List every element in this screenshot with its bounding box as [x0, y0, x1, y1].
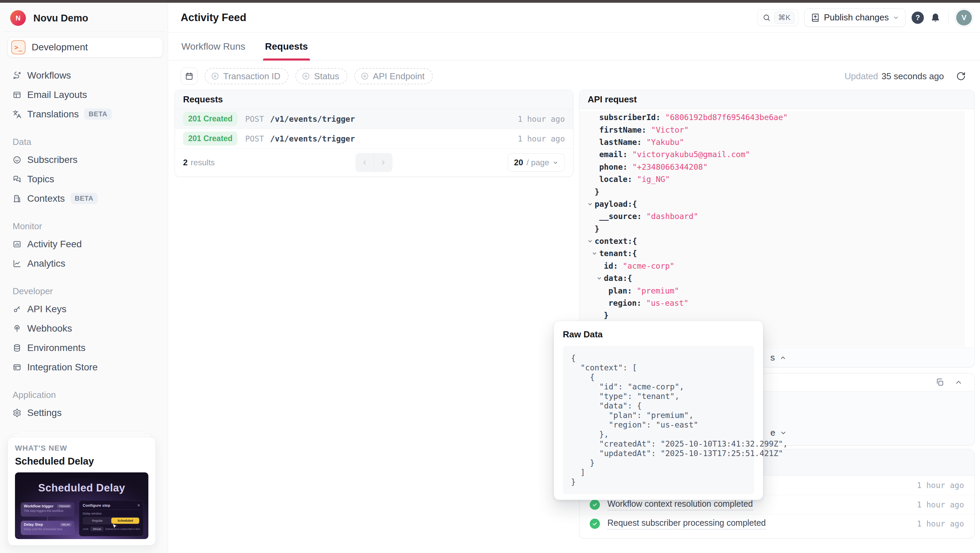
- collapsed-section-label-fragment: s: [770, 352, 775, 363]
- api-request-code: subscriberId: "6806192bd87f6954643be6ae"…: [580, 111, 965, 346]
- filter-chip-transaction-id[interactable]: Transaction ID: [205, 68, 288, 84]
- raw-data-line: }: [571, 477, 746, 487]
- collapsed-panel-label-fragment: e: [770, 427, 775, 438]
- sidebar-item-topics[interactable]: Topics: [0, 169, 168, 189]
- raw-data-line: {: [571, 372, 746, 382]
- promo-workflow-trigger-card: Workflow triggerTRIGGER This step trigge…: [21, 502, 75, 516]
- code-value: "6806192bd87f6954643be6ae": [660, 113, 788, 122]
- sidebar-item-workflows[interactable]: Workflows: [0, 66, 168, 85]
- raw-data-title: Raw Data: [563, 329, 754, 340]
- sidebar-item-api-keys[interactable]: API Keys: [0, 299, 168, 319]
- user-avatar[interactable]: V: [956, 10, 972, 25]
- publish-changes-label: Publish changes: [824, 12, 889, 23]
- raw-data-line: },: [571, 429, 746, 439]
- log-label[interactable]: Request subscriber processing completed: [608, 518, 766, 529]
- help-button[interactable]: ?: [912, 11, 924, 24]
- request-row[interactable]: 201 CreatedPOST/v1/events/trigger1 hour …: [175, 109, 573, 129]
- promo-connector: [47, 516, 48, 521]
- next-page-button[interactable]: [374, 153, 393, 172]
- code-line: }: [580, 309, 965, 321]
- results-count: 2 results: [183, 158, 215, 167]
- plus-circle-icon: [211, 72, 220, 81]
- request-time: 1 hour ago: [518, 114, 565, 124]
- chevron-down-icon: [553, 160, 558, 165]
- org-initial: N: [16, 14, 21, 22]
- whats-new-card[interactable]: WHAT'S NEW Scheduled Delay Scheduled Del…: [8, 437, 156, 545]
- tab-workflow-runs[interactable]: Workflow Runs: [181, 33, 245, 60]
- log-label[interactable]: Workflow context resolution completed: [608, 499, 753, 510]
- publish-changes-button[interactable]: Publish changes: [804, 8, 905, 27]
- code-line: locale: "ig_NG": [580, 173, 965, 185]
- beta-badge: BETA: [70, 193, 98, 204]
- log-row: Request subscriber processing completed1…: [579, 514, 974, 533]
- raw-data-line: "data": {: [571, 401, 746, 410]
- collapse-caret-icon[interactable]: [591, 250, 598, 257]
- code-value: "Yakubu": [642, 138, 684, 146]
- check-circle-icon: [590, 500, 600, 510]
- request-row[interactable]: 201 CreatedPOST/v1/events/trigger1 hour …: [175, 129, 573, 149]
- chevron-right-icon: [380, 159, 387, 166]
- org-switcher[interactable]: N Novu Demo: [10, 10, 160, 26]
- filter-chip-label: API Endpoint: [373, 71, 425, 82]
- whats-new-eyebrow: WHAT'S NEW: [15, 444, 148, 453]
- collapse-caret-icon[interactable]: [596, 275, 603, 281]
- updated-value: 35 seconds ago: [881, 71, 944, 82]
- layout-icon: [13, 91, 21, 99]
- code-key: data:{: [604, 274, 632, 283]
- raw-data-code-block: { "context": [ { "id": "acme-corp", "typ…: [563, 346, 754, 494]
- sidebar-item-label: Integration Store: [27, 362, 98, 373]
- filter-chip-api-endpoint[interactable]: API Endpoint: [354, 68, 433, 84]
- log-time: 1 hour ago: [917, 519, 964, 528]
- notifications-bell-icon[interactable]: [930, 12, 941, 23]
- copy-icon[interactable]: [935, 378, 944, 387]
- code-key: payload:{: [595, 200, 637, 208]
- sidebar-item-label: Email Layouts: [27, 89, 87, 100]
- sidebar-item-translations[interactable]: TranslationsBETA: [0, 105, 168, 124]
- collapse-caret-icon[interactable]: [587, 201, 593, 207]
- raw-data-line: "updatedAt": "2025-10-13T17:25:51.421Z": [571, 448, 746, 458]
- sidebar-item-integration-store[interactable]: Integration Store: [0, 358, 168, 377]
- sidebar-divider: [3, 31, 165, 32]
- code-value: "us-east": [641, 299, 688, 307]
- chevron-up-icon: [780, 354, 786, 361]
- sidebar-item-settings[interactable]: Settings: [0, 403, 168, 423]
- filter-chip-label: Status: [314, 71, 339, 82]
- sidebar-item-subscribers[interactable]: Subscribers: [0, 150, 168, 169]
- search-button[interactable]: ⌘K: [757, 9, 799, 26]
- code-value: "+2348066344208": [627, 162, 708, 172]
- sidebar-item-environments[interactable]: Environments: [0, 338, 168, 358]
- request-path: /v1/events/trigger: [270, 114, 355, 124]
- chevron-up-icon[interactable]: [955, 378, 963, 386]
- page-size-select[interactable]: 20 / page: [508, 153, 565, 172]
- updated-prefix: Updated: [845, 71, 878, 82]
- top-bar: Activity Feed ⌘K Publish changes ? V: [169, 3, 980, 33]
- sidebar-item-label: Workflows: [27, 70, 71, 81]
- sidebar-item-activity-feed[interactable]: Activity Feed: [0, 234, 168, 254]
- whats-new-deck: WHAT'S NEW Scheduled Delay Scheduled Del…: [8, 432, 156, 545]
- environment-switcher[interactable]: >_ Development: [8, 37, 163, 57]
- sidebar-item-label: Activity Feed: [27, 239, 82, 249]
- sidebar-item-contexts[interactable]: ContextsBETA: [0, 189, 168, 208]
- sidebar-item-webhooks[interactable]: Webhooks: [0, 319, 168, 338]
- log-time: 1 hour ago: [917, 500, 964, 509]
- sidebar-item-email-layouts[interactable]: Email Layouts: [0, 85, 168, 105]
- raw-data-line: "plan": "premium",: [571, 410, 746, 420]
- code-key: }: [604, 311, 609, 320]
- code-value: "victoryakubu5@gmail.com": [627, 150, 750, 159]
- translate-icon: [13, 110, 21, 119]
- integration-store-icon: [13, 363, 21, 372]
- tab-requests[interactable]: Requests: [265, 33, 308, 60]
- code-value: "premium": [632, 286, 679, 295]
- refresh-icon[interactable]: [956, 72, 966, 81]
- prev-page-button[interactable]: [356, 153, 374, 172]
- code-key: region:: [608, 299, 641, 307]
- sidebar-item-label: Webhooks: [27, 323, 72, 334]
- book-up-icon: [811, 13, 820, 22]
- sidebar-item-analytics[interactable]: Analytics: [0, 254, 168, 273]
- date-range-button[interactable]: [181, 68, 198, 85]
- code-line: plan: "premium": [580, 284, 965, 297]
- cursor-icon: [112, 523, 118, 530]
- filter-chip-status[interactable]: Status: [295, 68, 347, 84]
- nav-group-label: Application: [13, 390, 168, 400]
- collapse-caret-icon[interactable]: [587, 238, 593, 245]
